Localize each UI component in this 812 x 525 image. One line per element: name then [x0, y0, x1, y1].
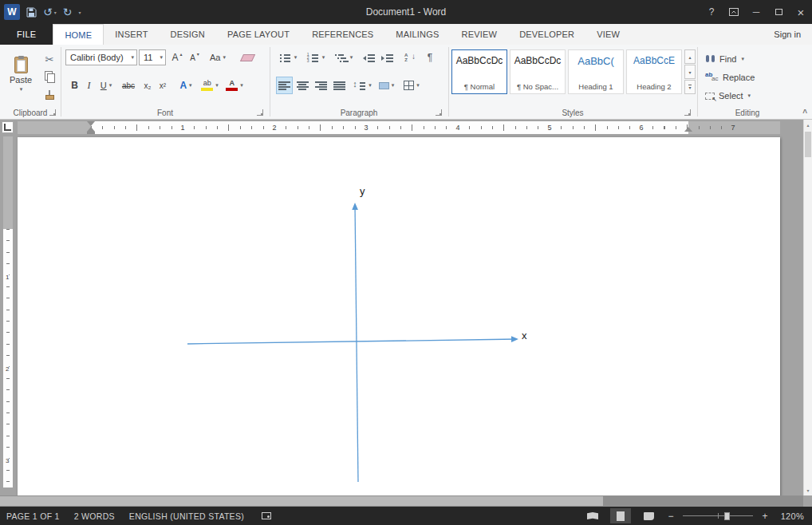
read-mode-button[interactable]	[582, 508, 603, 523]
text-highlight-button[interactable]: ab ▾	[199, 77, 221, 94]
zoom-in-button[interactable]: +	[760, 511, 770, 522]
save-button[interactable]	[26, 7, 37, 18]
shading-button[interactable]: ▾	[376, 77, 397, 94]
left-indent-marker[interactable]	[87, 132, 95, 134]
word-logo-icon[interactable]: W	[4, 4, 20, 20]
decrease-indent-button[interactable]	[361, 49, 377, 66]
font-color-button[interactable]: A ▾	[224, 77, 245, 94]
bullets-button[interactable]: ▾	[276, 49, 300, 66]
copy-button[interactable]	[40, 69, 59, 85]
tab-stop-selector[interactable]	[2, 121, 14, 133]
first-line-indent-marker[interactable]	[87, 121, 95, 126]
vertical-scrollbar[interactable]: ▴ ▾	[803, 120, 812, 495]
justify-icon	[333, 81, 345, 90]
paragraph-dialog-launcher[interactable]	[436, 109, 442, 116]
font-dialog-launcher[interactable]	[257, 109, 263, 116]
horizontal-scrollbar[interactable]	[0, 495, 803, 507]
ruler-number: 4	[454, 124, 462, 132]
styles-scroll-up-button[interactable]: ▴	[684, 49, 696, 64]
tab-review[interactable]: REVIEW	[451, 24, 509, 45]
sort-button[interactable]	[401, 49, 419, 66]
multilevel-list-button[interactable]: ▾	[332, 49, 356, 66]
language-indicator[interactable]: ENGLISH (UNITED STATES)	[129, 511, 244, 521]
style-heading-1[interactable]: AaBbC( Heading 1	[568, 49, 624, 94]
chevron-down-icon: ▾	[131, 54, 134, 61]
redo-button[interactable]: ↻	[63, 6, 73, 18]
clipboard-dialog-launcher[interactable]	[49, 109, 56, 116]
collapse-ribbon-button[interactable]: ^	[802, 109, 807, 117]
tab-developer[interactable]: DEVELOPER	[508, 24, 585, 45]
align-right-button[interactable]	[313, 77, 329, 94]
tab-file[interactable]: FILE	[0, 24, 53, 45]
bold-button[interactable]: B	[68, 77, 81, 94]
subscript-button[interactable]: x₂	[140, 77, 155, 94]
tab-view[interactable]: VIEW	[585, 24, 631, 45]
tab-page-layout[interactable]: PAGE LAYOUT	[216, 24, 301, 45]
minimize-button[interactable]: ─	[745, 0, 767, 24]
tab-mailings[interactable]: MAILINGS	[384, 24, 450, 45]
strikethrough-button[interactable]: abc	[119, 77, 138, 94]
document-page[interactable]: y x	[18, 137, 780, 507]
cut-button[interactable]: ✂	[40, 51, 59, 67]
tab-references[interactable]: REFERENCES	[301, 24, 384, 45]
customize-qat-button[interactable]: ▾	[78, 10, 81, 15]
style-no-spacing[interactable]: AaBbCcDc ¶ No Spac...	[510, 49, 566, 94]
increase-indent-button[interactable]	[379, 49, 396, 66]
zoom-slider-thumb[interactable]	[724, 512, 730, 520]
numbering-button[interactable]: ▾	[304, 49, 328, 66]
sign-in-link[interactable]: Sign in	[774, 24, 812, 45]
replace-button[interactable]: Replace	[705, 69, 755, 85]
help-button[interactable]: ?	[700, 0, 723, 24]
underline-button[interactable]: U▾	[97, 77, 116, 94]
vertical-scroll-thumb[interactable]	[805, 132, 811, 157]
right-indent-marker[interactable]	[684, 127, 692, 132]
paste-button[interactable]: Paste ▾	[3, 49, 38, 100]
tab-home[interactable]: HOME	[53, 24, 104, 45]
horizontal-ruler[interactable]: 1 2 3 4 5 6 7	[18, 121, 780, 134]
select-label: Select	[719, 91, 743, 101]
style-normal[interactable]: AaBbCcDc ¶ Normal	[451, 49, 507, 94]
horizontal-scroll-thumb[interactable]	[0, 496, 603, 506]
text-effects-button[interactable]: A▾	[176, 77, 195, 94]
align-left-button[interactable]	[276, 77, 293, 94]
align-center-button[interactable]	[294, 77, 311, 94]
change-case-button[interactable]: Aa▾	[206, 49, 230, 66]
ribbon-display-options-button[interactable]	[723, 0, 745, 24]
zoom-level[interactable]: 120%	[777, 511, 804, 521]
close-button[interactable]: ×	[790, 0, 812, 24]
line-spacing-button[interactable]: ▾	[351, 77, 373, 94]
styles-dialog-launcher[interactable]	[684, 109, 691, 116]
select-icon	[705, 93, 715, 100]
styles-more-button[interactable]: ▾	[684, 80, 696, 94]
italic-button[interactable]: I	[83, 77, 95, 94]
page-count[interactable]: PAGE 1 OF 1	[6, 511, 60, 521]
style-heading-2[interactable]: AaBbCcE Heading 2	[626, 49, 682, 94]
borders-button[interactable]: ▾	[400, 77, 424, 94]
vertical-ruler[interactable]: 1 2 3	[3, 136, 13, 488]
superscript-button[interactable]: x²	[156, 77, 170, 94]
tab-design[interactable]: DESIGN	[160, 24, 216, 45]
format-painter-button[interactable]	[40, 86, 59, 102]
zoom-out-button[interactable]: −	[666, 511, 676, 522]
scroll-up-arrow[interactable]: ▴	[804, 120, 812, 130]
scroll-down-arrow[interactable]: ▾	[804, 485, 812, 495]
grow-font-button[interactable]: A▴	[169, 49, 185, 66]
maximize-button[interactable]	[767, 0, 790, 24]
show-hide-paragraph-button[interactable]: ¶	[423, 49, 437, 66]
styles-scroll-down-button[interactable]: ▾	[684, 65, 696, 79]
clear-formatting-button[interactable]	[236, 49, 258, 66]
select-button[interactable]: Select ▾	[705, 88, 751, 104]
shrink-font-button[interactable]: A▾	[187, 49, 203, 66]
find-button[interactable]: Find ▾	[705, 51, 744, 67]
grow-font-label: A	[171, 52, 178, 63]
web-layout-button[interactable]	[638, 508, 659, 523]
undo-button[interactable]: ↺ ▾	[43, 6, 57, 18]
macro-record-icon[interactable]	[262, 512, 271, 519]
font-name-combobox[interactable]: Calibri (Body) ▾	[65, 49, 137, 65]
tab-insert[interactable]: INSERT	[104, 24, 159, 45]
word-count[interactable]: 2 WORDS	[74, 511, 115, 521]
zoom-slider[interactable]	[683, 511, 753, 522]
print-layout-button[interactable]	[610, 508, 631, 523]
font-size-combobox[interactable]: 11 ▾	[139, 49, 166, 65]
justify-button[interactable]	[331, 77, 348, 94]
